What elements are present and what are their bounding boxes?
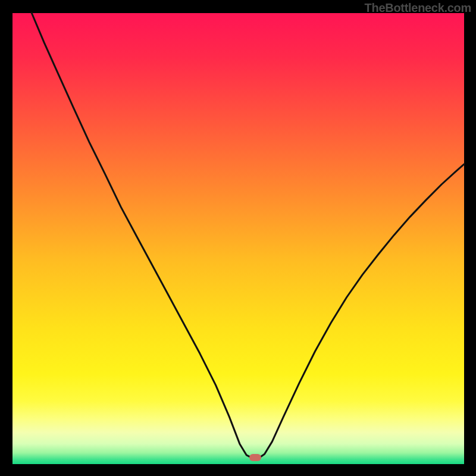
watermark-text: TheBottleneck.com [365, 1, 471, 15]
plot-area [12, 13, 464, 464]
optimal-marker [249, 454, 261, 461]
chart-wrapper: TheBottleneck.com [0, 0, 476, 476]
bottleneck-curve [32, 13, 464, 458]
curve-layer [12, 13, 464, 464]
